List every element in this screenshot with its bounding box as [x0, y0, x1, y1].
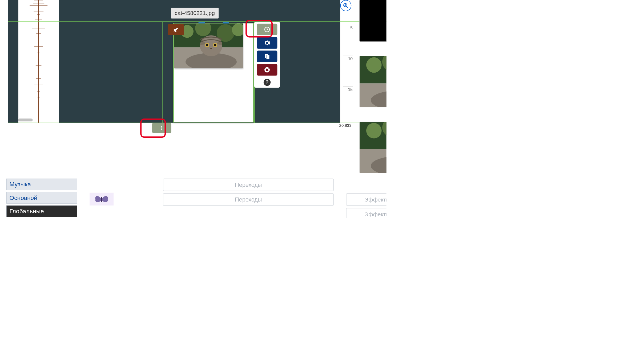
settings-button[interactable]: [257, 37, 277, 49]
effects-input-2[interactable]: Эффекты: [346, 208, 386, 218]
layer-main[interactable]: Основной: [6, 192, 77, 203]
butterfly-icon: [94, 194, 110, 204]
help-icon: ?: [265, 80, 268, 85]
svg-rect-37: [266, 55, 269, 59]
help-button[interactable]: ?: [264, 79, 271, 86]
svg-point-56: [366, 123, 382, 139]
close-circle-icon: [264, 67, 270, 73]
copy-button[interactable]: [257, 51, 277, 62]
time-mark: 15: [343, 86, 353, 92]
resize-vertical-handle[interactable]: [152, 123, 171, 133]
clock-icon: [264, 26, 270, 33]
pin-button[interactable]: [168, 24, 184, 35]
slide-thumb[interactable]: [359, 56, 386, 107]
effects-input-1[interactable]: Эффекты: [346, 193, 386, 206]
slide-thumb[interactable]: [359, 122, 386, 173]
time-end: 20.833: [339, 123, 352, 128]
resize-vertical-icon: [159, 125, 164, 131]
selection-guide-top: [8, 21, 387, 22]
selection-guide-bottom: [8, 123, 387, 123]
item-toolbar: ?: [254, 22, 280, 88]
image-thumbnail: [174, 23, 243, 68]
selection-guide-left: [162, 22, 162, 123]
audio-waveform-panel[interactable]: [18, 0, 59, 123]
layer-music[interactable]: Музыка: [6, 179, 77, 190]
filename-tooltip: cat-4580221.jpg: [171, 8, 219, 19]
time-mark: 10: [343, 56, 353, 62]
layer-global[interactable]: Глобальные: [6, 206, 77, 217]
time-mark: 5: [343, 25, 353, 31]
time-ruler: 5 10 15 20.833: [340, 0, 354, 123]
delete-button[interactable]: [257, 64, 277, 76]
slide-thumb-blank[interactable]: [359, 0, 386, 42]
svg-point-44: [366, 57, 382, 73]
copy-icon: [264, 53, 270, 60]
gear-icon: [264, 40, 270, 46]
transitions-input-1[interactable]: Переходы: [163, 179, 334, 191]
svg-point-34: [214, 44, 216, 46]
svg-point-33: [206, 44, 208, 46]
scrollbar-horizontal[interactable]: [18, 119, 33, 121]
duration-button[interactable]: [257, 24, 277, 35]
timeline-image-item[interactable]: [173, 23, 253, 122]
butterfly-thumb[interactable]: [90, 193, 114, 206]
pin-icon: [173, 27, 179, 33]
transitions-input-2[interactable]: Переходы: [163, 193, 334, 206]
